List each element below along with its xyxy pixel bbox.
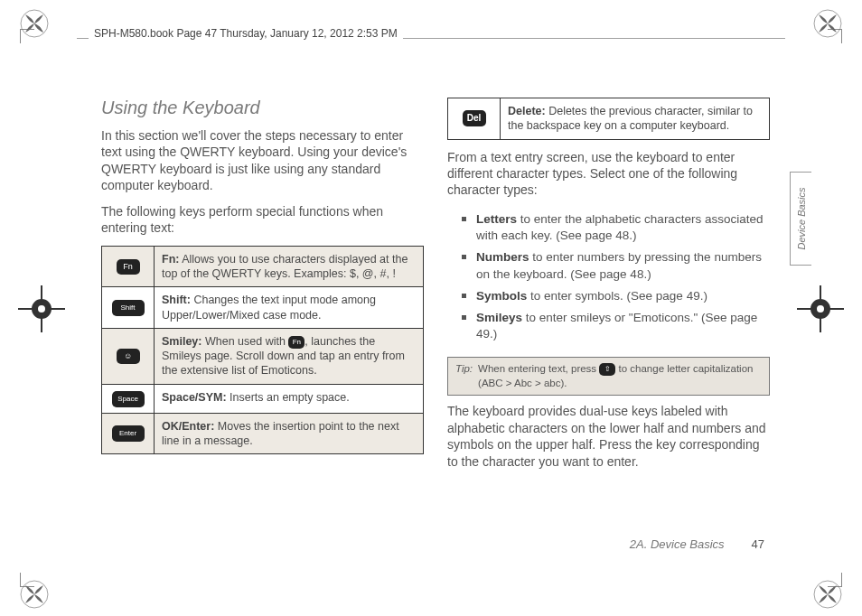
svg-point-11 [816,304,825,313]
left-column: Using the Keyboard In this section we'll… [101,98,424,549]
fn-key-inline-icon: Fn [288,336,305,349]
intro-paragraph: In this section we'll cover the steps ne… [101,127,424,194]
manual-page: SPH-M580.book Page 47 Thursday, January … [0,0,862,616]
tip-label: Tip: [455,362,473,390]
list-item: Numbers to enter numbers by pressing the… [467,249,770,282]
registration-mark-icon [18,285,65,332]
side-tab-label: Device Basics [796,187,807,249]
list-item: Letters to enter the alphabetic characte… [467,211,770,244]
char-types-intro: From a text entry screen, use the keyboa… [447,149,770,199]
page-footer: 2A. Device Basics 47 [0,537,862,551]
pinwheel-icon [813,9,842,38]
shift-key-inline-icon: ⇧ [599,363,615,376]
content-columns: Using the Keyboard In this section we'll… [101,98,770,549]
header-stamp: SPH-M580.book Page 47 Thursday, January … [89,27,403,40]
footer-section: 2A. Device Basics [630,537,725,551]
section-title: Using the Keyboard [101,98,424,118]
footer-page-number: 47 [752,537,764,551]
shift-key-icon: Shift [112,300,145,316]
right-column: Del Delete: Deletes the previous charact… [447,98,770,549]
tip-text: When entering text, press ⇧ to change le… [478,362,762,390]
dual-use-paragraph: The keyboard provides dual-use keys labe… [447,403,770,470]
list-item: Symbols to enter symbols. (See page 49.) [467,288,770,304]
fn-key-icon: Fn [117,259,140,275]
smiley-key-icon: ☺ [117,349,140,364]
table-row: Shift Shift: Changes the text input mode… [102,287,424,329]
pinwheel-icon [20,9,49,38]
svg-point-7 [37,304,46,313]
lead-paragraph: The following keys perform special funct… [101,203,424,237]
tip-box: Tip: When entering text, press ⇧ to chan… [447,357,770,396]
side-tab: Device Basics [790,172,811,266]
delete-key-icon: Del [463,110,486,126]
table-row: Fn Fn: Allows you to use characters disp… [102,246,424,287]
table-row: ☺ Smiley: When used with Fn, launches th… [102,328,424,384]
enter-key-icon: Enter [112,425,145,442]
list-item: Smileys to enter smileys or "Emoticons."… [467,310,770,342]
table-row: Space Space/SYM: Inserts an empty space. [102,384,424,413]
key-functions-table: Fn Fn: Allows you to use characters disp… [101,246,424,454]
space-key-icon: Space [112,391,145,407]
pinwheel-icon [20,580,49,609]
pinwheel-icon [813,580,842,609]
registration-mark-icon [797,285,844,332]
char-types-list: Letters to enter the alphabetic characte… [467,211,770,349]
table-row: Del Delete: Deletes the previous charact… [448,98,770,140]
delete-key-table: Del Delete: Deletes the previous charact… [447,98,770,140]
table-row: Enter OK/Enter: Moves the insertion poin… [102,413,424,454]
